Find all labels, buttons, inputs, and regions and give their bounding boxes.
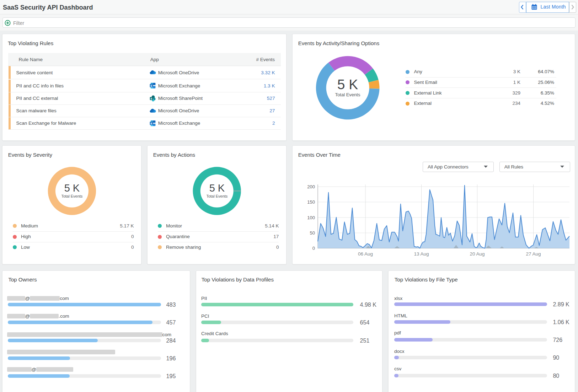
svg-text:E: E [150, 122, 152, 125]
svg-text:S: S [150, 97, 152, 100]
svg-text:E: E [150, 84, 152, 87]
